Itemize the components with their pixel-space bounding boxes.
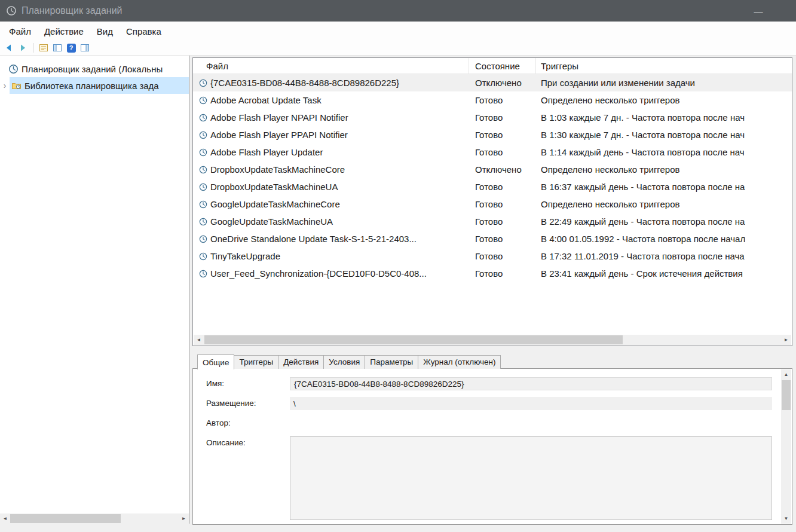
task-name: TinyTakeUpgrade (210, 251, 280, 261)
location-field-row: Размещение: \ (206, 397, 792, 410)
scroll-up-arrow-icon[interactable]: ▲ (781, 369, 791, 380)
toolbar: ? (0, 41, 796, 56)
task-status: Готово (469, 182, 536, 192)
help-icon[interactable]: ? (66, 42, 76, 53)
task-status: Готово (469, 130, 536, 140)
task-name-cell: DropboxUpdateTaskMachineCore (193, 164, 469, 175)
task-status: Готово (469, 268, 536, 279)
task-clock-icon (199, 218, 207, 226)
scroll-down-arrow-icon[interactable]: ▼ (781, 513, 791, 524)
description-field[interactable] (290, 436, 772, 520)
table-row[interactable]: {7CAE0315-BD08-44B8-8488-8CD89826D225} О… (193, 74, 792, 91)
column-header-file[interactable]: Файл (193, 58, 469, 74)
menu-item[interactable]: Справка (120, 23, 168, 39)
export-list-icon[interactable] (52, 42, 63, 53)
tree-item-label: Библиотека планировщика зада (25, 81, 159, 91)
details-tab[interactable]: Триггеры (234, 355, 278, 369)
table-row[interactable]: Adobe Acrobat Update Task Готово Определ… (193, 91, 792, 109)
back-arrow-icon[interactable] (4, 42, 14, 53)
menu-item[interactable]: Вид (90, 23, 120, 39)
task-trigger: В 4:00 01.05.1992 - Частота повтора посл… (536, 234, 792, 244)
scroll-left-arrow-icon[interactable]: ◄ (0, 513, 10, 524)
table-row[interactable]: GoogleUpdateTaskMachineCore Готово Опред… (193, 195, 792, 213)
task-name-cell: OneDrive Standalone Update Task-S-1-5-21… (193, 234, 469, 244)
task-scheduler-window: Планировщик заданий — ФайлДействиеВидСпр… (0, 0, 796, 532)
task-name-cell: GoogleUpdateTaskMachineCore (193, 199, 469, 209)
location-label: Размещение: (206, 397, 290, 408)
task-clock-icon (199, 166, 207, 174)
table-row[interactable]: User_Feed_Synchronization-{DCED10F0-D5C0… (193, 265, 792, 282)
task-clock-icon (199, 131, 207, 139)
task-name-cell: Adobe Flash Player NPAPI Notifier (193, 112, 469, 123)
tree-item-scheduler-root[interactable]: Планировщик заданий (Локальны (0, 60, 189, 77)
table-row[interactable]: Adobe Flash Player NPAPI Notifier Готово… (193, 109, 792, 126)
chevron-right-icon[interactable]: › (0, 81, 10, 90)
show-hide-console-tree-icon[interactable] (38, 42, 49, 53)
show-hide-action-pane-icon[interactable] (79, 42, 90, 53)
toolbar-separator (33, 43, 33, 53)
details-scrollbar-thumb[interactable] (782, 380, 791, 410)
menu-item[interactable]: Файл (2, 23, 38, 39)
task-name-cell: GoogleUpdateTaskMachineUA (193, 216, 469, 227)
console-tree: Планировщик заданий (Локальны › Библиоте… (0, 56, 189, 94)
task-clock-icon (199, 96, 207, 105)
author-field[interactable] (290, 417, 772, 430)
column-header-triggers[interactable]: Триггеры (536, 58, 792, 74)
app-clock-icon (6, 5, 17, 16)
details-content: Имя: {7CAE0315-BD08-44B8-8488-8CD89826D2… (192, 368, 792, 525)
table-row[interactable]: Adobe Flash Player PPAPI Notifier Готово… (193, 126, 792, 143)
scroll-right-arrow-icon[interactable]: ► (781, 335, 791, 345)
task-trigger: В 1:03 каждые 7 дн. - Частота повтора по… (536, 112, 792, 123)
task-name-cell: User_Feed_Synchronization-{DCED10F0-D5C0… (193, 268, 469, 279)
scroll-left-arrow-icon[interactable]: ◄ (194, 335, 204, 345)
console-tree-panel: Планировщик заданий (Локальны › Библиоте… (0, 56, 189, 524)
description-label: Описание: (206, 436, 290, 447)
author-field-row: Автор: (206, 417, 792, 430)
task-name: GoogleUpdateTaskMachineCore (210, 199, 340, 209)
task-status: Отключено (469, 78, 536, 88)
task-library-folder-icon (11, 81, 22, 91)
task-name-cell: Adobe Acrobat Update Task (193, 95, 469, 105)
task-trigger: Определено несколько триггеров (536, 95, 792, 105)
scroll-right-arrow-icon[interactable]: ► (179, 513, 189, 524)
task-name: DropboxUpdateTaskMachineUA (210, 182, 338, 192)
task-status: Готово (469, 147, 536, 157)
scheduler-clock-icon (8, 64, 19, 74)
details-tab[interactable]: Параметры (365, 355, 418, 369)
task-name-cell: TinyTakeUpgrade (193, 251, 469, 261)
table-row[interactable]: DropboxUpdateTaskMachineCore Отключено О… (193, 161, 792, 178)
tree-scrollbar-thumb[interactable] (10, 514, 121, 523)
table-row[interactable]: TinyTakeUpgrade Готово В 17:32 11.01.201… (193, 247, 792, 265)
details-tab[interactable]: Общие (197, 354, 234, 369)
table-row[interactable]: DropboxUpdateTaskMachineUA Готово В 16:3… (193, 178, 792, 195)
minimize-button[interactable]: — (745, 0, 772, 22)
forward-arrow-icon[interactable] (17, 42, 28, 53)
list-horizontal-scrollbar[interactable]: ◄ ► (194, 335, 791, 345)
task-clock-icon (199, 270, 207, 278)
task-clock-icon (199, 252, 207, 261)
task-status: Отключено (469, 164, 536, 175)
details-vertical-scrollbar[interactable]: ▲ ▼ (781, 369, 791, 524)
list-scrollbar-thumb[interactable] (204, 335, 623, 344)
table-row[interactable]: Adobe Flash Player Updater Готово В 1:14… (193, 143, 792, 161)
task-name-cell: Adobe Flash Player Updater (193, 147, 469, 157)
location-field[interactable]: \ (290, 397, 772, 410)
window-title: Планировщик заданий (22, 5, 123, 16)
menu-item[interactable]: Действие (38, 23, 90, 39)
details-tab[interactable]: Журнал (отключен) (418, 355, 501, 369)
tree-item-task-library[interactable]: › Библиотека планировщика зада (0, 77, 189, 94)
name-field[interactable]: {7CAE0315-BD08-44B8-8488-8CD89826D225} (290, 377, 772, 390)
task-clock-icon (199, 114, 207, 122)
task-status: Готово (469, 234, 536, 244)
table-row[interactable]: GoogleUpdateTaskMachineUA Готово В 22:49… (193, 213, 792, 230)
task-trigger: В 1:30 каждые 7 дн. - Частота повтора по… (536, 130, 792, 140)
tree-horizontal-scrollbar[interactable]: ◄ ► (0, 513, 189, 524)
task-clock-icon (199, 148, 207, 157)
details-tab[interactable]: Условия (323, 355, 365, 369)
details-tab[interactable]: Действия (278, 355, 324, 369)
task-trigger: Определено несколько триггеров (536, 199, 792, 209)
column-header-status[interactable]: Состояние (469, 58, 536, 74)
table-row[interactable]: OneDrive Standalone Update Task-S-1-5-21… (193, 230, 792, 247)
task-name: User_Feed_Synchronization-{DCED10F0-D5C0… (210, 268, 427, 279)
task-list-header: Файл Состояние Триггеры (193, 58, 792, 74)
